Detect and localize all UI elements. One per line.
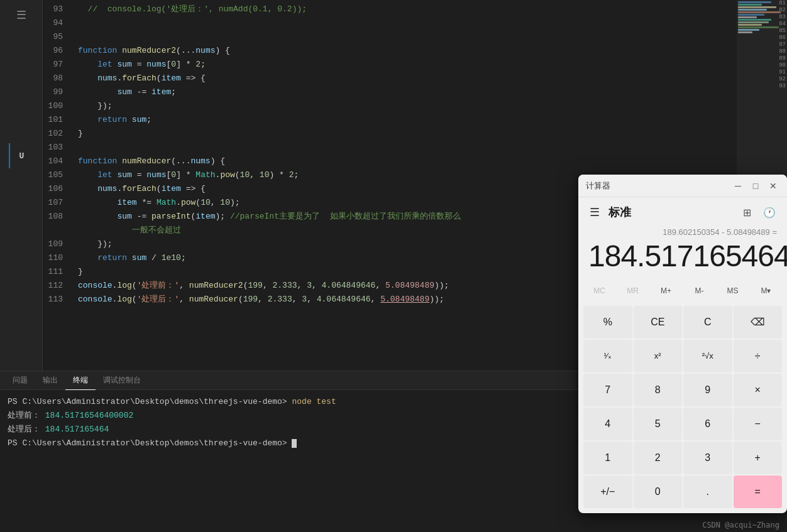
calc-mem-mplus[interactable]: M+ <box>650 281 682 301</box>
footer-attribution: CSDN @acqui~Zhang <box>702 521 779 529</box>
calc-maximize-button[interactable]: □ <box>747 177 764 195</box>
calc-result: 184.517165464 <box>588 240 777 273</box>
code-line-96: function numReducer2(...nums) { <box>78 44 732 58</box>
sidebar-icon-user[interactable]: U <box>9 143 34 168</box>
calc-btn-7[interactable]: 7 <box>583 374 632 406</box>
code-line-104: function numReducer(...nums) { <box>78 155 732 168</box>
calc-btn-multiply[interactable]: × <box>734 374 783 406</box>
calc-btn-2[interactable]: 2 <box>634 442 683 474</box>
calc-btn-sqrt[interactable]: ²√x <box>683 340 732 372</box>
tab-debug[interactable]: 调试控制台 <box>96 371 148 390</box>
calc-btn-3[interactable]: 3 <box>683 442 732 474</box>
code-line-103 <box>78 141 732 155</box>
code-line-102: } <box>78 127 732 141</box>
calc-btn-divide[interactable]: ÷ <box>734 340 783 372</box>
calc-history-icon[interactable]: 🕐 <box>759 202 779 222</box>
code-line-97: let sum = nums[0] * 2; <box>78 58 732 72</box>
calc-btn-square[interactable]: x² <box>634 340 683 372</box>
calc-mem-mr[interactable]: MR <box>617 281 649 301</box>
calc-hamburger-icon[interactable]: ☰ <box>586 204 603 221</box>
calc-mode: 标准 <box>608 205 732 220</box>
calc-btn-8[interactable]: 8 <box>634 374 683 406</box>
calc-expression: 189.602150354 - 5.08498489 = <box>588 227 777 240</box>
calc-minimize-button[interactable]: ─ <box>729 177 747 195</box>
calc-btn-9[interactable]: 9 <box>683 374 732 406</box>
calc-btn-6[interactable]: 6 <box>683 408 732 440</box>
sidebar-icon-menu[interactable]: ☰ <box>9 3 34 28</box>
code-line-94 <box>78 16 732 30</box>
calc-btn-clear[interactable]: C <box>683 306 732 339</box>
footer-bar: CSDN @acqui~Zhang <box>0 518 787 532</box>
calc-close-button[interactable]: ✕ <box>764 177 782 195</box>
calc-header-icons: ⊞ 🕐 <box>737 202 779 222</box>
calc-btn-ce[interactable]: CE <box>634 306 683 339</box>
calc-mem-mrecall[interactable]: M▾ <box>750 281 782 301</box>
calc-grid-icon[interactable]: ⊞ <box>737 202 757 222</box>
tab-problems[interactable]: 问题 <box>5 371 35 390</box>
calc-titlebar: 计算器 ─ □ ✕ <box>578 175 787 197</box>
calc-btn-plus[interactable]: + <box>734 442 783 474</box>
code-line-99: sum -= item; <box>78 85 732 99</box>
calculator-window: 计算器 ─ □ ✕ ☰ 标准 ⊞ 🕐 189.602150354 - 5.084… <box>578 175 787 513</box>
calc-btn-minus[interactable]: − <box>734 408 783 440</box>
calc-title: 计算器 <box>586 180 729 192</box>
calc-btn-5[interactable]: 5 <box>634 408 683 440</box>
calc-btn-0[interactable]: 0 <box>634 475 683 508</box>
calc-btn-4[interactable]: 4 <box>583 408 632 440</box>
code-line-101: return sum; <box>78 113 732 127</box>
calc-btn-backspace[interactable]: ⌫ <box>734 306 783 339</box>
calc-mem-mminus[interactable]: M- <box>683 281 715 301</box>
tab-output[interactable]: 输出 <box>35 371 65 390</box>
calc-btn-reciprocal[interactable]: ¹⁄ₓ <box>583 340 632 372</box>
tab-terminal[interactable]: 终端 <box>65 371 96 390</box>
calc-memory-row: MC MR M+ M- MS M▾ <box>578 278 787 303</box>
calc-btn-negate[interactable]: +/− <box>583 475 632 508</box>
calc-btn-equals[interactable]: = <box>734 475 783 508</box>
code-line-100: }); <box>78 99 732 113</box>
calc-btn-1[interactable]: 1 <box>583 442 632 474</box>
calc-mem-mc[interactable]: MC <box>583 281 615 301</box>
minimap-numbers: 8182838485 8687888990 919293 <box>774 0 787 90</box>
activity-bar: ☰ U <box>0 0 43 371</box>
calc-header: ☰ 标准 ⊞ 🕐 <box>578 197 787 225</box>
calc-btn-percent[interactable]: % <box>583 306 632 339</box>
code-line-98: nums.forEach(item => { <box>78 72 732 85</box>
line-numbers: 93 94 95 96 97 98 99 100 101 102 103 104… <box>43 0 73 307</box>
calc-display: 189.602150354 - 5.08498489 = 184.5171654… <box>578 225 787 278</box>
code-line-95 <box>78 30 732 44</box>
calc-btn-decimal[interactable]: . <box>683 475 732 508</box>
code-line-93: // console.log('处理后：', numAdd(0.1, 0.2))… <box>78 3 732 16</box>
calc-mem-ms[interactable]: MS <box>717 281 749 301</box>
calc-buttons: % CE C ⌫ ¹⁄ₓ x² ²√x ÷ 7 8 9 × 4 5 6 − 1 … <box>578 303 787 513</box>
